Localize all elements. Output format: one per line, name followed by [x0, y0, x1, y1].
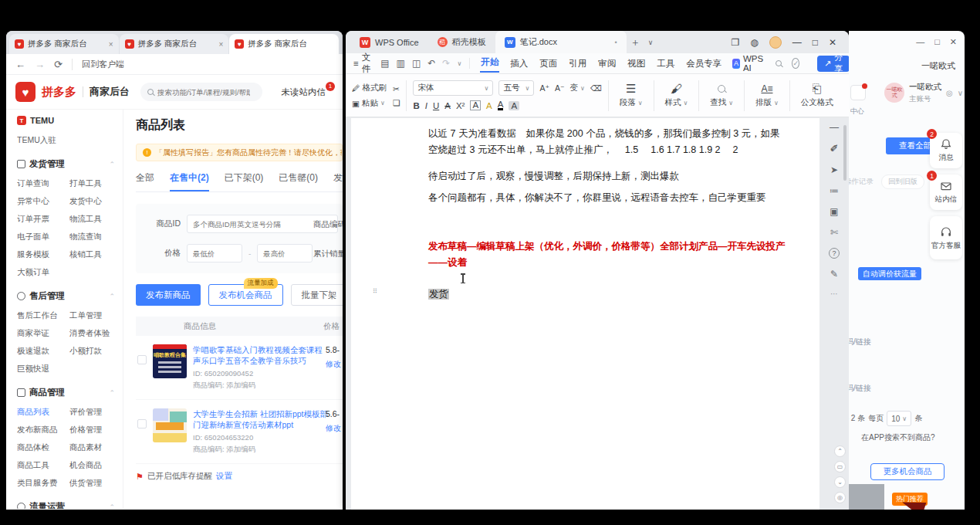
edit-pen-icon[interactable]: ✐: [830, 143, 839, 154]
product-thumbnail[interactable]: [153, 408, 187, 442]
section-title[interactable]: 发货管理 ⌃: [17, 158, 115, 170]
section-title[interactable]: 流量运营 ⌃: [17, 501, 115, 509]
menu-tools[interactable]: 工具: [656, 56, 675, 71]
share-button[interactable]: ↗ 分享: [817, 56, 849, 72]
back-to-client-link[interactable]: 回到客户端: [72, 59, 124, 70]
menu-view[interactable]: 视图: [627, 56, 646, 71]
document-tab[interactable]: W 笔记.docx •: [495, 31, 627, 53]
menu-review[interactable]: 审阅: [597, 56, 617, 71]
sidebar-item-temu-join[interactable]: TEMU入驻: [17, 135, 115, 144]
sidebar-item[interactable]: 价格管理: [69, 425, 116, 434]
maximize-icon[interactable]: □: [813, 37, 818, 48]
tab-onsale[interactable]: 在售中(2): [170, 171, 209, 191]
sidebar-item[interactable]: 物流查询: [69, 232, 116, 241]
sidebar-item[interactable]: 评价管理: [69, 407, 116, 416]
search-input[interactable]: [157, 88, 250, 97]
find-menu[interactable]: 查找 ∨: [705, 83, 738, 108]
doc-paragraph[interactable]: 待启动过了后，观察，慢慢调整，后期保持上新，测出爆款: [428, 168, 787, 185]
tab-soldout[interactable]: 已售罄(0): [279, 171, 318, 191]
shrink-font-button[interactable]: A⁻: [555, 83, 565, 93]
sidebar-item[interactable]: 物流工具: [69, 214, 116, 223]
sidebar-item[interactable]: 打单工具: [69, 178, 116, 188]
app-search-help-link[interactable]: 在APP搜索不到商品?: [861, 432, 935, 443]
copy-button[interactable]: ❏: [393, 98, 400, 107]
site-search[interactable]: [140, 83, 262, 101]
inbox-rail-button[interactable]: 站内信 1: [930, 174, 962, 210]
bold-button[interactable]: B: [413, 101, 419, 110]
doc-paragraph-selected[interactable]: ⠿发货: [428, 286, 787, 303]
switch-window-icon[interactable]: ❐: [731, 37, 739, 48]
docer-tab[interactable]: 稻 稻壳模板: [428, 31, 495, 53]
skin-icon[interactable]: ◍: [750, 37, 758, 48]
font-select[interactable]: 宋体∨: [413, 80, 493, 96]
product-code[interactable]: 商品编码: 添加编码: [193, 381, 329, 391]
close-icon[interactable]: ✕: [950, 37, 957, 47]
sign-pen-icon[interactable]: ✎: [830, 269, 838, 279]
preview-icon[interactable]: ◫: [412, 58, 421, 69]
sidebar-item[interactable]: 核销工具: [69, 249, 116, 259]
menu-home[interactable]: 开始: [480, 55, 499, 73]
row-checkbox[interactable]: [137, 355, 147, 364]
row-checkbox[interactable]: [137, 419, 147, 428]
font-color-button[interactable]: A: [498, 100, 504, 110]
paste-button[interactable]: ▣粘贴∨: [352, 98, 387, 109]
prev-page-button[interactable]: ⌃: [834, 445, 846, 457]
highlight-button[interactable]: A: [486, 101, 492, 110]
page-size-select[interactable]: 10 ∨: [887, 411, 911, 426]
underline-button[interactable]: U: [433, 101, 439, 110]
forward-icon[interactable]: →: [35, 59, 45, 70]
edit-price-link[interactable]: 修改: [326, 359, 341, 370]
tab-offshelf[interactable]: 已下架(0): [225, 171, 264, 191]
publish-product-button[interactable]: 发布新商品: [136, 284, 201, 306]
messages-rail-button[interactable]: 消息 2: [930, 133, 962, 168]
sidebar-item[interactable]: 大额订单: [17, 267, 66, 276]
batch-offshelf-button[interactable]: 批量下架: [291, 284, 343, 306]
product-thumbnail[interactable]: 唱歌教程合集: [153, 344, 187, 378]
auto-price-button[interactable]: 自动调价获流量: [858, 267, 921, 280]
maximize-icon[interactable]: □: [934, 37, 940, 47]
account-avatar[interactable]: [769, 36, 782, 49]
publish-opportunity-button[interactable]: 发布机会商品 流量加成: [208, 284, 283, 306]
close-icon[interactable]: ✕: [829, 37, 836, 48]
sidebar-item[interactable]: 工单管理: [69, 310, 116, 320]
tab-list-chevron-icon[interactable]: ∨: [648, 39, 654, 46]
save-icon[interactable]: ▤: [380, 58, 389, 69]
min-price-input[interactable]: [187, 244, 242, 262]
file-menu[interactable]: ≡ 文件: [353, 52, 370, 75]
section-title[interactable]: 售后管理 ⌃: [17, 290, 115, 302]
back-icon[interactable]: ←: [15, 59, 25, 70]
image-tool-icon[interactable]: ▣: [830, 206, 838, 217]
sidebar-item[interactable]: 发货中心: [69, 196, 116, 205]
service-rail-button[interactable]: 官方客服: [930, 216, 962, 259]
document-page[interactable]: 以近 7 天为准看数据 如果你是 200 个品，烧钱的多，那我们最多控制 3 元…: [351, 118, 819, 510]
menu-insert[interactable]: 插入: [509, 56, 529, 71]
paragraph-menu[interactable]: ☰段落 ∨: [615, 83, 647, 108]
text-effect-button[interactable]: 变∨: [570, 83, 585, 93]
print-icon[interactable]: ▥: [397, 58, 405, 69]
sidebar-item[interactable]: 电子面单: [17, 232, 66, 241]
sidebar-item[interactable]: 类目服务费: [17, 478, 66, 487]
menu-reference[interactable]: 引用: [568, 56, 587, 71]
more-icon[interactable]: ⋯: [830, 290, 838, 298]
browser-tab-1[interactable]: ♥ 拼多多 商家后台 ×: [9, 34, 119, 54]
sidebar-item[interactable]: 订单查询: [17, 178, 66, 188]
notice-settings-link[interactable]: 设置: [216, 471, 232, 482]
sidebar-item[interactable]: 商品素材: [69, 442, 116, 452]
outline-icon[interactable]: ≔: [830, 185, 839, 196]
minimize-icon[interactable]: —: [916, 37, 924, 47]
product-title-link[interactable]: 学唱歌零基础入门教程视频全套课程声乐口学五音不全教学音乐技巧: [193, 344, 329, 366]
menu-member[interactable]: 会员专享: [685, 56, 722, 71]
strikethrough-button[interactable]: A: [444, 101, 451, 110]
sidebar-item[interactable]: 供货管理: [69, 478, 116, 487]
more-opportunity-button[interactable]: 更多机会商品: [870, 463, 945, 480]
sidebar-item[interactable]: 消费者体验: [69, 328, 116, 337]
next-page-button[interactable]: ⌄: [834, 476, 846, 488]
caret-line[interactable]: [428, 271, 787, 286]
unread-messages-link[interactable]: 未读站内信 1: [282, 86, 334, 98]
clip-icon[interactable]: ✄: [830, 227, 838, 238]
select-cursor-icon[interactable]: ➤: [830, 164, 838, 175]
minimize-icon[interactable]: —: [792, 37, 802, 48]
page-indicator[interactable]: ▭: [834, 461, 846, 472]
sidebar-item[interactable]: 极速退款: [17, 346, 66, 355]
browser-tab-2[interactable]: ♥ 拼多多 商家后台 ×: [120, 34, 229, 54]
